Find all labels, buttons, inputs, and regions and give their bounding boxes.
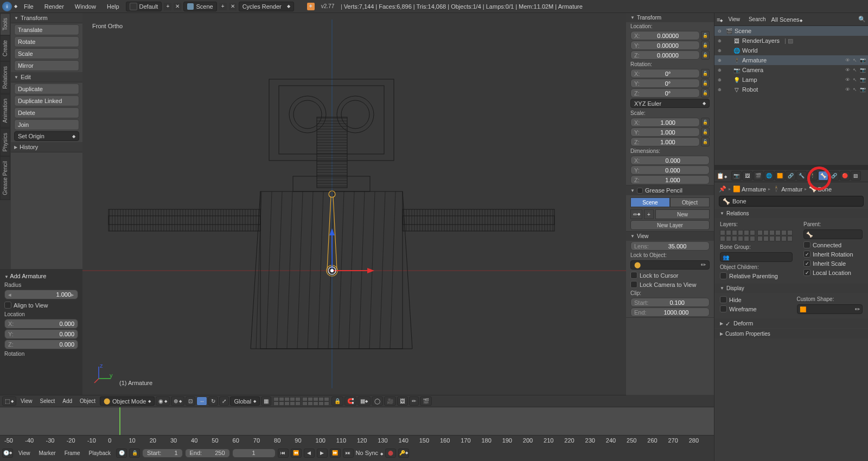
current-frame-field[interactable]: 1	[232, 449, 276, 458]
panel-transform-header[interactable]: Transform	[11, 13, 82, 23]
tab-object-icon[interactable]: 🟧	[775, 171, 785, 181]
shading-dd[interactable]: ◉◆	[156, 396, 170, 406]
relations-hdr[interactable]: Relations	[714, 209, 868, 218]
scene-add-button[interactable]: +	[219, 3, 227, 10]
btn-translate[interactable]: Translate	[14, 24, 79, 35]
parent-dd[interactable]: 🦴	[803, 229, 863, 239]
lock-object-dd[interactable]: ⬤✏	[630, 260, 710, 270]
pivot-dd[interactable]: ⊕◆	[171, 396, 184, 406]
mode-dd[interactable]: ⬤Object Mode◆	[100, 396, 155, 406]
vh-view[interactable]: View	[17, 398, 36, 404]
timeline-track[interactable]	[0, 407, 714, 436]
scrollbar[interactable]	[714, 165, 868, 169]
ol-filter-dd[interactable]: All Scenes◆	[771, 16, 856, 23]
btn-scale[interactable]: Scale	[14, 48, 79, 59]
btn-mirror[interactable]: Mirror	[14, 60, 79, 71]
gp-enable-check[interactable]	[637, 188, 643, 194]
display-hdr[interactable]: Display	[714, 284, 868, 293]
keying-dd[interactable]: 🔑◆	[398, 449, 409, 458]
tab-modifiers-icon[interactable]: 🔧	[796, 171, 807, 181]
relative-parenting-check[interactable]: Relative Parenting	[720, 271, 793, 280]
playhead[interactable]	[119, 407, 120, 435]
tl-frame[interactable]: Frame	[61, 450, 84, 456]
gp-new-layer-button[interactable]: New Layer	[630, 220, 710, 230]
gp-add-button[interactable]: +	[644, 209, 654, 219]
lock-icon[interactable]: 🔓	[701, 118, 710, 127]
tab-bone-icon[interactable]: 🦴	[818, 171, 828, 181]
tl-playback[interactable]: Playback	[86, 450, 114, 456]
hide-check[interactable]: Hide	[720, 295, 786, 304]
ol-search-icon[interactable]: 🔍	[858, 16, 866, 23]
blender-logo-icon[interactable]: i	[2, 2, 12, 11]
rot-x-field[interactable]: X:0°	[630, 69, 700, 78]
ol-view[interactable]: View	[725, 16, 743, 22]
scl-x-field[interactable]: X:1.000	[630, 118, 700, 127]
lock-icon[interactable]: 🔓	[701, 69, 710, 78]
scene-dd[interactable]: Scene	[183, 2, 216, 11]
panel-edit-header[interactable]: Edit	[11, 72, 82, 82]
gp-new-button[interactable]: New	[655, 209, 710, 219]
btn-duplicate[interactable]: Duplicate	[14, 84, 79, 94]
play-rev-icon[interactable]: ◀	[304, 449, 315, 458]
lock-icon[interactable]: 🔓	[701, 31, 710, 40]
rot-y-field[interactable]: Y:0°	[630, 79, 700, 88]
range-icon[interactable]: 🕐	[116, 449, 127, 458]
btn-join[interactable]: Join	[14, 119, 79, 130]
vh-add[interactable]: Add	[59, 398, 75, 404]
tab-render-icon[interactable]: 📷	[731, 171, 742, 181]
local-location-check[interactable]: ✓Local Location	[803, 268, 863, 277]
menu-window[interactable]: Window	[71, 2, 100, 11]
manip-translate-icon[interactable]: ↔	[196, 396, 207, 406]
loc-z-field[interactable]: Z:0.00000	[630, 50, 700, 60]
btn-delete[interactable]: Delete	[14, 107, 79, 118]
outliner-item-armature[interactable]: ⊕🕴Armature👁↖📷	[714, 55, 868, 65]
tab-texture-icon[interactable]: ▨	[851, 171, 861, 181]
lock-to-cursor-check[interactable]: Lock to Cursor	[626, 271, 714, 280]
bone-name-field[interactable]: 🦴 Bone	[719, 196, 864, 207]
tab-material-icon[interactable]: 🔴	[840, 171, 850, 181]
tl-marker[interactable]: Marker	[36, 450, 59, 456]
dim-z-field[interactable]: Z:1.000	[630, 175, 710, 184]
render-view-icon[interactable]: 🎥	[384, 396, 396, 406]
loc-x-field[interactable]: X:0.00000	[630, 31, 700, 40]
lens-field[interactable]: Lens:35.000	[630, 241, 710, 251]
lock-camera-icon[interactable]: 🔒	[331, 396, 343, 406]
menu-render[interactable]: Render	[40, 2, 68, 11]
layout-add-button[interactable]: +	[164, 3, 171, 10]
rewind-icon[interactable]: ⏮	[278, 449, 289, 458]
vh-object[interactable]: Object	[76, 398, 99, 404]
editor-type-icon[interactable]: ≡◆	[717, 16, 723, 23]
layout-close-button[interactable]: ✕	[174, 3, 181, 10]
tab-physics[interactable]: Physics	[0, 128, 10, 156]
custom-props-hdr[interactable]: Custom Properties	[714, 329, 868, 338]
editor-type-icon[interactable]: ⬚◆	[2, 396, 16, 406]
lock-icon[interactable]: 🔓	[701, 137, 710, 146]
lock-range-icon[interactable]: 🔒	[129, 449, 140, 458]
bc-armature[interactable]: 🕴 Armatur	[773, 185, 802, 193]
sync-dd[interactable]: No Sync◆	[356, 450, 384, 456]
dim-y-field[interactable]: Y:0.000	[630, 165, 710, 175]
autokey-icon[interactable]: ⬤	[385, 449, 396, 458]
outliner-item-scene[interactable]: ⊖🎬Scene	[714, 26, 868, 36]
prev-key-icon[interactable]: ⏪	[291, 449, 302, 458]
tab-scene-icon[interactable]: 🎬	[753, 171, 763, 181]
gpencil-icon[interactable]: ✏	[409, 396, 419, 406]
pivot-toggle[interactable]: ⊡	[186, 396, 195, 406]
manip-rotate-icon[interactable]: ↻	[208, 396, 218, 406]
clapboard-icon[interactable]: 🎬	[420, 396, 432, 406]
render-engine-dd[interactable]: Cycles Render◆	[239, 2, 294, 11]
outliner-item-robot[interactable]: ⊕▽Robot👁↖📷	[714, 85, 868, 94]
loc-z[interactable]: Z:0.000	[4, 340, 78, 349]
fastfwd-icon[interactable]: ⏭	[343, 449, 354, 458]
editor-type-icon[interactable]: 📋◆	[717, 172, 727, 180]
tab-create[interactable]: Create	[0, 35, 10, 61]
lock-icon[interactable]: 🔓	[701, 127, 710, 137]
radius-field[interactable]: ◂1.000▸	[4, 290, 78, 299]
tab-objectdata-icon[interactable]: 🕴	[807, 171, 818, 181]
layers-buttons[interactable]	[273, 397, 329, 406]
menu-file[interactable]: File	[20, 2, 38, 11]
panel-history-header[interactable]: History	[11, 142, 82, 152]
tab-renderlayers-icon[interactable]: 🖼	[742, 171, 752, 181]
lock-icon[interactable]: 🔓	[701, 88, 710, 98]
editor-type-icon[interactable]: 🕐◆	[2, 449, 13, 458]
